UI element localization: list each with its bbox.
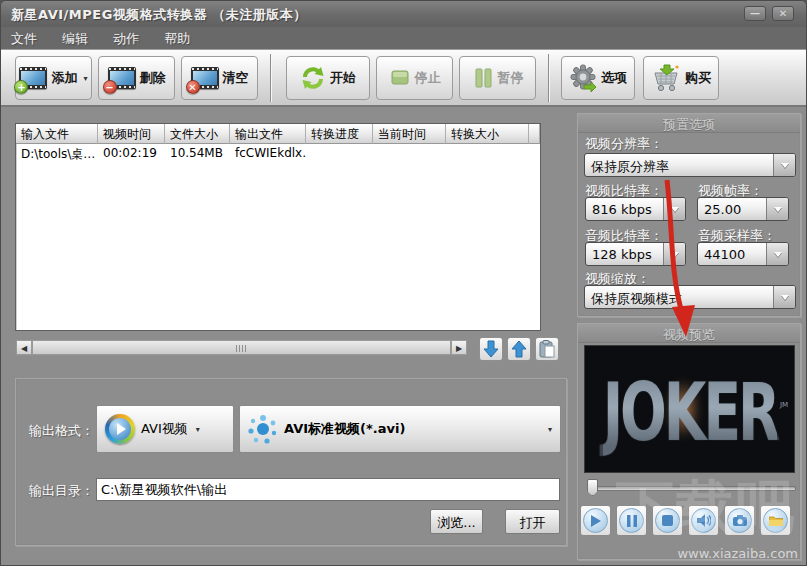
seek-track[interactable] bbox=[587, 486, 796, 491]
file-list-table[interactable]: 输入文件 视频时间 文件大小 输出文件 转换进度 当前时间 转换大小 D:\to… bbox=[15, 123, 541, 331]
buy-button[interactable]: 购买 bbox=[643, 56, 719, 100]
menu-file[interactable]: 文件 bbox=[1, 27, 47, 51]
menu-action[interactable]: 动作 bbox=[103, 27, 149, 51]
buy-label: 购买 bbox=[685, 69, 711, 87]
video-bitrate-select[interactable]: 816 kbps bbox=[585, 197, 686, 221]
menu-help[interactable]: 帮助 bbox=[154, 27, 200, 51]
clear-button[interactable]: ✕ 清空 bbox=[181, 56, 258, 100]
menu-edit[interactable]: 编辑 bbox=[52, 27, 98, 51]
dropdown-arrow-icon[interactable] bbox=[773, 286, 795, 308]
video-resolution-value: 保持原分辨率 bbox=[585, 154, 773, 176]
film-delete-icon: − bbox=[108, 67, 136, 89]
folder-icon bbox=[763, 508, 788, 533]
open-button[interactable]: 打开 bbox=[505, 509, 560, 534]
video-framerate-select[interactable]: 25.00 bbox=[697, 197, 789, 221]
output-profile-select[interactable]: AVI标准视频(*.avi) ▾ bbox=[239, 405, 561, 453]
stop-icon bbox=[655, 508, 680, 533]
pause-label: 暂停 bbox=[498, 69, 524, 87]
video-resolution-label: 视频分辨率： bbox=[585, 135, 663, 153]
pause-icon bbox=[619, 508, 644, 533]
gear-icon bbox=[569, 64, 597, 92]
pause-icon bbox=[472, 67, 494, 89]
cell-video-time: 00:02:19 bbox=[98, 144, 165, 163]
table-row[interactable]: D:\tools\桌… 00:02:19 10.54MB fcCWIEkdlx… bbox=[16, 144, 540, 163]
clear-label: 清空 bbox=[223, 69, 249, 87]
move-up-button[interactable] bbox=[507, 337, 531, 361]
poster-title: JOKER bbox=[602, 364, 777, 459]
start-refresh-icon bbox=[300, 65, 326, 91]
video-resolution-select[interactable]: 保持原分辨率 bbox=[584, 153, 796, 177]
preview-header: 视频预览 bbox=[578, 324, 800, 343]
add-button[interactable]: + 添加 ▾ bbox=[15, 56, 92, 100]
output-format-label: 输出格式： bbox=[29, 422, 94, 440]
audio-samplerate-select[interactable]: 44100 bbox=[697, 242, 789, 266]
scroll-left-icon[interactable]: ◀ bbox=[16, 340, 32, 355]
cell-output-file: fcCWIEkdlx… bbox=[230, 144, 306, 163]
title-bar[interactable]: 新星AVI/MPEG视频格式转换器 （未注册版本） — ✕ bbox=[1, 1, 806, 27]
dropdown-arrow-icon[interactable] bbox=[663, 243, 685, 265]
delete-button[interactable]: − 删除 bbox=[98, 56, 175, 100]
add-label: 添加 bbox=[51, 69, 77, 87]
dropdown-arrow-icon[interactable] bbox=[766, 198, 788, 220]
minimize-button[interactable]: — bbox=[744, 6, 766, 21]
preview-mute-button[interactable] bbox=[688, 505, 719, 536]
app-window: 新星AVI/MPEG视频格式转换器 （未注册版本） — ✕ 文件 编辑 动作 帮… bbox=[0, 0, 807, 566]
cell-progress bbox=[306, 144, 373, 163]
options-label: 选项 bbox=[601, 69, 627, 87]
output-dir-input[interactable] bbox=[96, 478, 560, 501]
audio-bitrate-select[interactable]: 128 kbps bbox=[585, 242, 686, 266]
preview-stop-button[interactable] bbox=[652, 505, 683, 536]
preview-snapshot-button[interactable] bbox=[724, 505, 755, 536]
scrollbar-thumb[interactable] bbox=[32, 340, 451, 355]
col-output-file[interactable]: 输出文件 bbox=[230, 124, 306, 144]
paste-button[interactable] bbox=[535, 337, 559, 361]
video-preview[interactable]: JOKER JM bbox=[584, 345, 795, 473]
col-current-time[interactable]: 当前时间 bbox=[373, 124, 446, 144]
dropdown-arrow-icon[interactable] bbox=[773, 154, 795, 176]
output-dir-label: 输出目录： bbox=[29, 482, 94, 500]
output-format-value: AVI视频 bbox=[141, 420, 188, 438]
col-video-time[interactable]: 视频时间 bbox=[98, 124, 165, 144]
audio-bitrate-value: 128 kbps bbox=[586, 243, 663, 265]
col-progress[interactable]: 转换进度 bbox=[306, 124, 373, 144]
speaker-icon bbox=[691, 508, 716, 533]
pause-button[interactable]: 暂停 bbox=[459, 56, 536, 100]
toolbar-separator bbox=[270, 54, 272, 102]
window-title: 新星AVI/MPEG视频格式转换器 （未注册版本） bbox=[11, 6, 307, 24]
move-down-button[interactable] bbox=[479, 337, 503, 361]
video-bitrate-value: 816 kbps bbox=[586, 198, 663, 220]
menu-bar: 文件 编辑 动作 帮助 bbox=[1, 27, 806, 49]
stop-button[interactable]: 停止 bbox=[376, 56, 453, 100]
output-format-select[interactable]: AVI视频 ▾ bbox=[96, 405, 234, 453]
options-button[interactable]: 选项 bbox=[561, 56, 635, 100]
output-groupbox bbox=[15, 378, 567, 546]
horizontal-scrollbar[interactable]: ◀ ▶ bbox=[15, 339, 468, 356]
close-button[interactable]: ✕ bbox=[772, 6, 794, 21]
arrow-down-icon bbox=[483, 340, 499, 358]
browse-button[interactable]: 浏览... bbox=[430, 509, 483, 534]
film-add-icon: + bbox=[19, 67, 47, 89]
start-button[interactable]: 开始 bbox=[286, 56, 370, 100]
toolbar: + 添加 ▾ − 删除 ✕ 清空 开始 停止 bbox=[1, 49, 806, 107]
video-scale-select[interactable]: 保持原视频模式 bbox=[584, 285, 796, 309]
scroll-right-icon[interactable]: ▶ bbox=[451, 340, 467, 355]
preset-header: 预置选项 bbox=[578, 114, 800, 133]
toolbar-separator bbox=[548, 54, 550, 102]
col-file-size[interactable]: 文件大小 bbox=[165, 124, 230, 144]
watermark-url: www.xiazaiba.com bbox=[677, 546, 798, 561]
preview-pause-button[interactable] bbox=[616, 505, 647, 536]
col-input-file[interactable]: 输入文件 bbox=[16, 124, 98, 144]
dropdown-arrow-icon[interactable] bbox=[766, 243, 788, 265]
dropdown-arrow-icon[interactable] bbox=[663, 198, 685, 220]
stop-icon bbox=[389, 67, 411, 89]
play-icon bbox=[583, 508, 608, 533]
table-header-row: 输入文件 视频时间 文件大小 输出文件 转换进度 当前时间 转换大小 bbox=[16, 124, 540, 144]
add-dropdown-icon[interactable]: ▾ bbox=[83, 74, 87, 83]
col-converted-size[interactable]: 转换大小 bbox=[446, 124, 529, 144]
preview-open-folder-button[interactable] bbox=[760, 505, 791, 536]
poster-badge: JM bbox=[780, 401, 788, 409]
cell-converted-size bbox=[446, 144, 529, 163]
preview-play-button[interactable] bbox=[580, 505, 611, 536]
start-label: 开始 bbox=[330, 69, 356, 87]
delete-label: 删除 bbox=[140, 69, 166, 87]
